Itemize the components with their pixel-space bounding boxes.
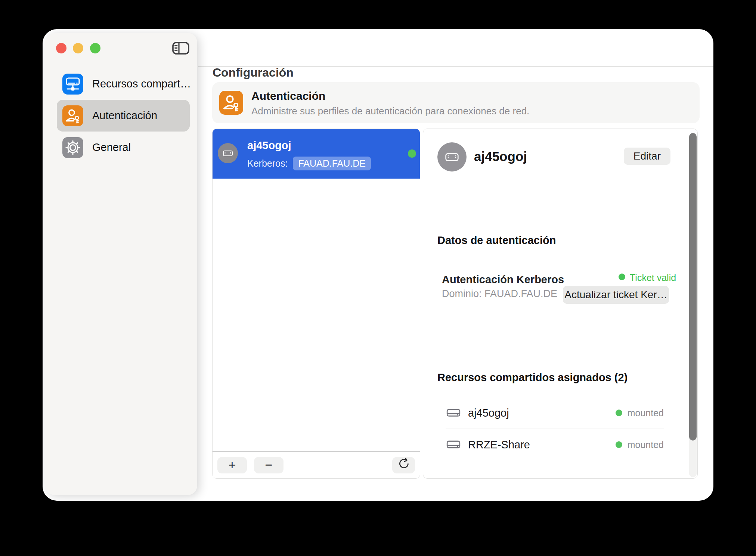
profile-subrow: Kerberos: FAUAD.FAU.DE [247, 157, 371, 170]
assigned-shares-list: aj45ogoj mounted RRZE-Share [446, 397, 664, 460]
zoom-window-button[interactable] [90, 43, 100, 53]
remove-profile-button[interactable]: − [254, 457, 284, 473]
sidebar-item-autenticacion[interactable]: Autenticación [57, 100, 190, 132]
ticket-avatar [218, 143, 238, 163]
close-window-button[interactable] [56, 43, 66, 53]
share-status-group: mounted [616, 408, 664, 418]
edit-button[interactable]: Editar [624, 148, 670, 165]
auth-section-title: Datos de autenticación [437, 234, 556, 247]
protocol-label: Kerberos: [247, 158, 288, 169]
share-list-item[interactable]: aj45ogoj mounted [446, 397, 664, 429]
external-drive-icon [446, 438, 461, 451]
sidebar-item-general[interactable]: General [57, 132, 190, 163]
divider [437, 199, 671, 199]
sidebar-item-label: General [92, 141, 131, 154]
person-key-icon [219, 91, 243, 115]
gear-icon [62, 137, 83, 158]
sidebar-toggle-button[interactable] [172, 42, 189, 55]
scrollbar-thumb[interactable] [689, 133, 697, 441]
banner-subtitle: Administre sus perfiles de autenticación… [251, 105, 529, 117]
sidebar-item-recursos-compartidos[interactable]: Recursos compart… [57, 68, 190, 100]
kerberos-auth-label: Autenticación Kerberos [442, 274, 564, 286]
sidebar-item-label: Autenticación [92, 109, 157, 122]
section-banner: Autenticación Administre sus perfiles de… [212, 82, 700, 123]
sidebar: Recursos compart… A [45, 33, 197, 495]
screenshot-stage: Configuración [0, 0, 756, 556]
kerberos-domain-label: Dominio: FAUAD.FAU.DE [442, 288, 557, 300]
mounted-status-dot [616, 410, 622, 416]
sidebar-item-label: Recursos compart… [92, 78, 191, 90]
share-name: aj45ogoj [468, 407, 509, 419]
ticket-status-dot [619, 274, 625, 280]
divider [437, 333, 671, 333]
ticket-status-label: Ticket valid [630, 272, 676, 283]
mounted-status-label: mounted [628, 439, 664, 450]
status-dot [408, 149, 416, 158]
external-drive-icon [446, 406, 461, 420]
mounted-status-label: mounted [628, 408, 664, 418]
profile-name: aj45ogoj [247, 139, 291, 152]
refresh-button[interactable] [392, 457, 415, 473]
ticket-avatar [437, 142, 467, 172]
shares-section-title: Recursos compartidos asignados (2) [437, 371, 628, 384]
realm-badge: FAUAD.FAU.DE [293, 157, 371, 170]
page-title: Configuración [213, 66, 294, 80]
add-profile-button[interactable]: + [217, 457, 247, 473]
profile-list-item-selected[interactable]: aj45ogoj Kerberos: FAUAD.FAU.DE [213, 129, 420, 179]
refresh-icon [397, 457, 410, 473]
banner-title: Autenticación [251, 90, 325, 102]
share-name: RRZE-Share [468, 439, 530, 451]
profile-detail-panel: aj45ogoj Editar Datos de autenticación A… [423, 129, 698, 479]
sidebar-toggle-icon [172, 50, 189, 56]
profiles-list-panel: aj45ogoj Kerberos: FAUAD.FAU.DE + − [212, 129, 420, 479]
share-list-item[interactable]: RRZE-Share mounted [446, 429, 664, 460]
renew-ticket-button[interactable]: Actualizar ticket Ker… [563, 286, 669, 304]
app-window: Configuración [43, 29, 713, 501]
detail-profile-name: aj45ogoj [474, 149, 527, 164]
minimize-window-button[interactable] [73, 43, 83, 53]
network-drive-icon [62, 74, 83, 95]
share-status-group: mounted [616, 439, 664, 450]
person-key-icon [62, 105, 83, 126]
sidebar-nav: Recursos compart… A [57, 68, 190, 163]
mounted-status-dot [616, 441, 622, 448]
list-toolbar: + − [213, 451, 420, 478]
toolbar-divider [198, 66, 713, 67]
